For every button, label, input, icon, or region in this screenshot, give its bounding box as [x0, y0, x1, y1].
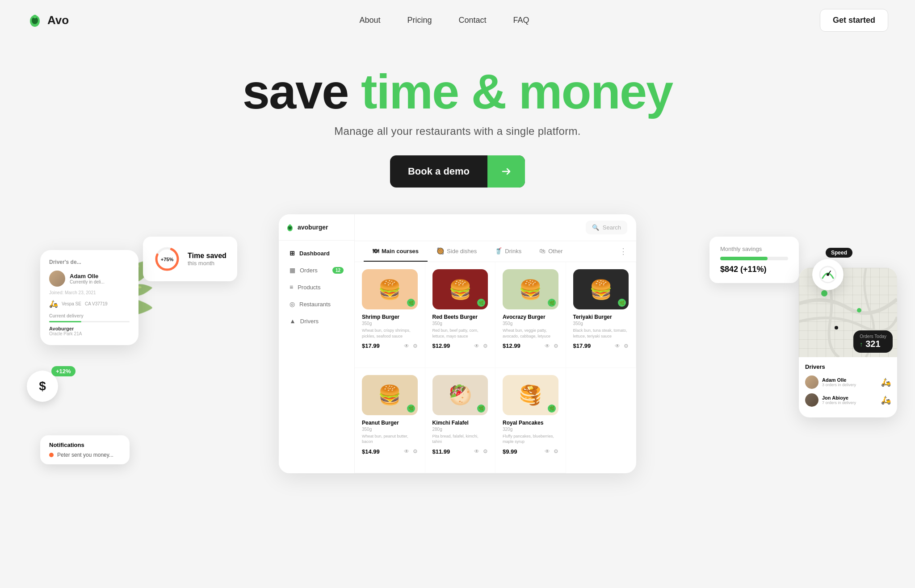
hero-headline-dark: save	[243, 64, 348, 119]
edit-icon[interactable]: ⚙	[483, 343, 488, 349]
driver1-scooter-icon: 🛵	[881, 377, 891, 387]
product-name: Shrimp Burger	[362, 314, 418, 320]
edit-icon[interactable]: ⚙	[483, 448, 488, 455]
delivery-progress-bar	[49, 321, 130, 322]
logo[interactable]: Avo	[27, 12, 69, 28]
product-image: 🍔 🌿	[432, 269, 488, 309]
product-card: 🥞 🌿 Royal Pancakes 320g Fluffy pancakes,…	[495, 368, 566, 474]
dash-content: 🔍 Search 🍽 Main courses 🥘 Side dishes	[355, 214, 636, 473]
driver2-avatar	[805, 393, 818, 407]
product-leaf-badge: 🌿	[477, 299, 485, 307]
view-icon[interactable]: 👁	[404, 448, 409, 455]
driver-entry-2: Jon Abioye 7 orders in delivery 🛵	[805, 393, 891, 407]
tab-other[interactable]: 🛍 Other	[530, 241, 572, 262]
product-actions: 👁 ⚙	[615, 343, 629, 349]
search-bar: 🔍 Search	[355, 214, 636, 241]
product-actions: 👁 ⚙	[545, 448, 558, 455]
drivers-title: Drivers	[805, 363, 891, 370]
restaurants-icon: ◎	[290, 300, 295, 308]
driver1-avatar	[805, 375, 818, 389]
delivery-dest-name: Avoburger	[49, 326, 130, 331]
get-started-button[interactable]: Get started	[820, 9, 888, 32]
product-name: Red Beets Burger	[432, 314, 488, 320]
notifications-card: Notifications Peter sent you money...	[40, 435, 130, 464]
hero-subheadline: Manage all your restaurants with a singl…	[9, 125, 906, 138]
driver1-orders: 3 orders in delivery	[822, 383, 877, 387]
view-icon[interactable]: 👁	[474, 343, 479, 349]
product-description: Red bun, beef patty, corn, lettuce, mayo…	[432, 328, 488, 339]
sidebar-item-restaurants[interactable]: ◎ Restaurants	[282, 296, 351, 312]
driver-entry-1: Adam Olle 3 orders in delivery 🛵	[805, 375, 891, 389]
product-description: Pita bread, falafel, kimchi, tahini	[432, 434, 488, 445]
menu-tabs: 🍽 Main courses 🥘 Side dishes 🥤 Drinks 🛍 …	[355, 241, 636, 262]
driver2-orders: 7 orders in delivery	[822, 400, 877, 405]
sidebar-item-products[interactable]: ≡ Products	[282, 279, 351, 295]
view-icon[interactable]: 👁	[545, 343, 550, 349]
sidebar-label-orders: Orders	[300, 267, 318, 274]
edit-icon[interactable]: ⚙	[554, 448, 558, 455]
view-icon[interactable]: 👁	[474, 448, 479, 455]
book-demo-button[interactable]: Book a demo	[390, 155, 525, 188]
main-courses-icon: 🍽	[373, 247, 379, 254]
savings-fill	[720, 257, 768, 260]
edit-icon[interactable]: ⚙	[413, 343, 418, 349]
vespa-plate: CA V37719	[85, 301, 108, 306]
product-actions: 👁 ⚙	[474, 343, 488, 349]
nav-contact[interactable]: Contact	[459, 16, 487, 25]
book-demo-arrow	[487, 155, 525, 188]
edit-icon[interactable]: ⚙	[413, 448, 418, 455]
nav-faq[interactable]: FAQ	[513, 16, 529, 25]
product-card: 🍔 🌿 Red Beets Burger 350g Red bun, beef …	[425, 262, 496, 368]
product-price: $17.99	[362, 342, 380, 349]
donut-chart: +75%	[154, 246, 180, 272]
arrow-right-icon	[500, 165, 512, 178]
view-icon[interactable]: 👁	[545, 448, 550, 455]
driver2-name: Jon Abioye	[822, 395, 877, 400]
edit-icon[interactable]: ⚙	[624, 343, 629, 349]
search-box[interactable]: 🔍 Search	[586, 221, 627, 234]
view-icon[interactable]: 👁	[615, 343, 620, 349]
products-icon: ≡	[290, 284, 293, 291]
edit-icon[interactable]: ⚙	[554, 343, 558, 349]
product-description: Wheat bun, peanut butter, bacon	[362, 434, 418, 445]
more-options-icon[interactable]: ⋮	[619, 246, 627, 256]
product-weight: 280g	[432, 427, 488, 432]
product-weight: 350g	[362, 427, 418, 432]
drinks-icon: 🥤	[495, 247, 502, 254]
view-icon[interactable]: 👁	[404, 343, 409, 349]
svg-point-11	[289, 225, 291, 227]
product-card: 🥙 🌿 Kimchi Falafel 280g Pita bread, fala…	[425, 368, 496, 474]
main-dashboard: avoburger ⊞ Dashboard ▦ Orders 12 ≡ Prod…	[279, 214, 636, 473]
product-footer: $17.99 👁 ⚙	[362, 342, 418, 349]
sidebar-item-dashboard[interactable]: ⊞ Dashboard	[282, 245, 351, 261]
sidebar-label-restaurants: Restaurants	[299, 301, 331, 308]
tab-label-other: Other	[548, 248, 563, 254]
product-image: 🍔 🌿	[503, 269, 558, 309]
sidebar-item-drivers[interactable]: ▲ Drivers	[282, 313, 351, 329]
savings-percent-badge: +12%	[51, 366, 76, 376]
driver2-info: Jon Abioye 7 orders in delivery	[822, 395, 877, 405]
svg-point-2	[33, 15, 37, 18]
product-actions: 👁 ⚙	[404, 448, 418, 455]
search-icon: 🔍	[592, 224, 599, 231]
sidebar-logo: avoburger	[279, 223, 354, 241]
sidebar-logo-icon	[286, 223, 294, 231]
product-actions: 👁 ⚙	[474, 448, 488, 455]
tab-main-courses[interactable]: 🍽 Main courses	[364, 241, 428, 262]
dash-sidebar: avoburger ⊞ Dashboard ▦ Orders 12 ≡ Prod…	[279, 214, 355, 473]
map-pin-2	[857, 308, 861, 313]
tab-drinks[interactable]: 🥤 Drinks	[486, 241, 530, 262]
orders-today-value: ↑ 321	[860, 339, 886, 349]
nav-links: About Pricing Contact FAQ	[359, 16, 529, 25]
nav-about[interactable]: About	[359, 16, 380, 25]
product-actions: 👁 ⚙	[545, 343, 558, 349]
nav-pricing[interactable]: Pricing	[407, 16, 432, 25]
other-icon: 🛍	[539, 247, 546, 254]
tab-side-dishes[interactable]: 🥘 Side dishes	[428, 241, 486, 262]
sidebar-item-orders[interactable]: ▦ Orders 12	[282, 262, 351, 278]
product-name: Peanut Burger	[362, 420, 418, 426]
product-weight: 350g	[503, 321, 558, 326]
savings-label: Monthly savings	[720, 246, 788, 252]
orders-icon: ▦	[290, 267, 295, 274]
product-card: 🍔 🌿 Teriyaki Burger 350g Black bun, tuna…	[566, 262, 637, 368]
